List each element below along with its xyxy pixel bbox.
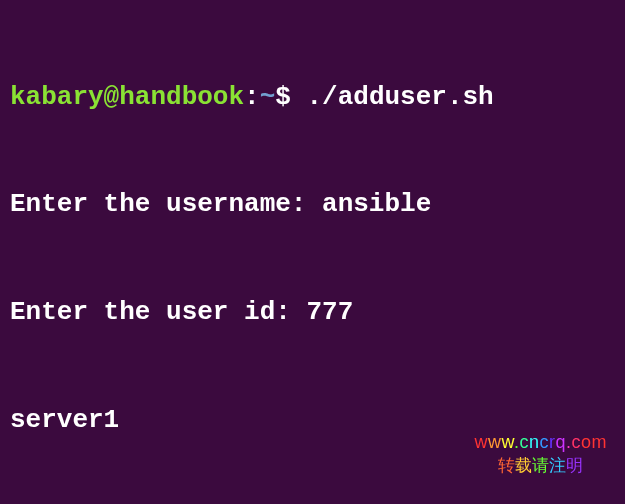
input-prompt-line: Enter the user id: 777	[10, 295, 615, 331]
prompt-user-host: kabary@handbook	[10, 82, 244, 112]
prompt-colon: :	[244, 82, 260, 112]
command-text: ./adduser.sh	[306, 82, 493, 112]
terminal-window[interactable]: kabary@handbook:~$ ./adduser.sh Enter th…	[10, 8, 615, 504]
prompt-line: kabary@handbook:~$ ./adduser.sh	[10, 80, 615, 116]
prompt-dollar: $	[275, 82, 306, 112]
output-line: server1	[10, 403, 615, 439]
prompt-path: ~	[260, 82, 276, 112]
input-prompt-line: Enter the username: ansible	[10, 187, 615, 223]
